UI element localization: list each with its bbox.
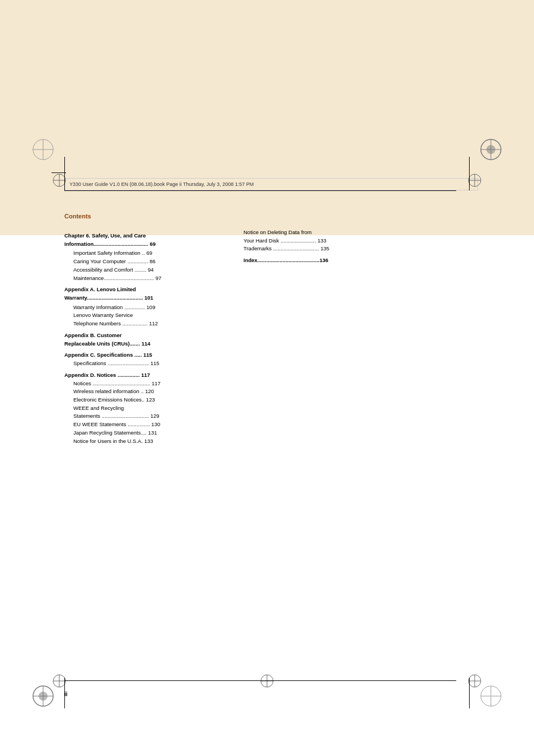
- contents-heading: Contents: [64, 213, 470, 220]
- hline-top: [51, 172, 66, 173]
- crosshair-bottom-right-large: [479, 684, 503, 708]
- vline-left: [64, 157, 65, 190]
- appendix-a-heading: Appendix A. Lenovo Limited Warranty.....…: [64, 286, 221, 302]
- toc-entry-safety: Important Safety Information .. 69: [64, 249, 221, 258]
- toc-entry-notice-deleting: Notice on Deleting Data from: [243, 228, 470, 237]
- appendix-b-title: Appendix B. Customer: [64, 332, 221, 340]
- file-info-text: Y330 User Guide V1.0 EN (08.06.18).book …: [69, 181, 254, 187]
- toc-entry-weee: WEEE and Recycling: [64, 404, 221, 413]
- toc-left-column: Chapter 6. Safety, Use, and Care Informa…: [64, 228, 221, 445]
- toc-entry-accessibility: Accessibility and Comfort ........ 94: [64, 266, 221, 274]
- index-entry: Index...................................…: [243, 256, 470, 265]
- vline-right-top: [469, 157, 470, 190]
- toc-entry-electronic: Electronic Emissions Notices.. 123: [64, 396, 221, 404]
- toc-entry-eu-weee: EU WEEE Statements ............... 130: [64, 421, 221, 429]
- toc-layout: Chapter 6. Safety, Use, and Care Informa…: [64, 228, 470, 445]
- chapter-6-heading: Chapter 6. Safety, Use, and Care Informa…: [64, 232, 221, 248]
- toc-entry-hard-disk: Your Hard Disk ........................ …: [243, 237, 470, 245]
- vline-right-bottom: [469, 678, 470, 708]
- toc-entry-telephone: Telephone Numbers ................. 112: [64, 320, 221, 328]
- toc-entry-japan: Japan Recycling Statements.... 131: [64, 429, 221, 437]
- appendix-b-page: Replaceable Units (CRUs)....... 114: [64, 340, 221, 348]
- toc-entry-warranty-info: Warranty Information .............. 109: [64, 304, 221, 312]
- toc-entry-lenovo-warranty: Lenovo Warranty Service: [64, 311, 221, 320]
- toc-entry-trademarks: Trademarks .............................…: [243, 245, 470, 253]
- appendix-c-heading: Appendix C. Specifications ..... 115: [64, 351, 221, 360]
- toc-entry-statements: Statements .............................…: [64, 412, 221, 421]
- hline-top2: [64, 190, 456, 191]
- appendix-b-heading: Appendix B. Customer Replaceable Units (…: [64, 332, 221, 348]
- appendix-d-heading: Appendix D. Notices ............... 117: [64, 371, 221, 380]
- vline-left-bottom: [64, 678, 65, 708]
- appendix-a-page: Warranty................................…: [64, 294, 221, 302]
- toc-right-column: Notice on Deleting Data from Your Hard D…: [243, 228, 470, 265]
- content-area: Contents Chapter 6. Safety, Use, and Car…: [64, 213, 470, 678]
- toc-entry-caring: Caring Your Computer .............. 86: [64, 258, 221, 266]
- appendix-a-title: Appendix A. Lenovo Limited: [64, 286, 221, 294]
- header-bar: Y330 User Guide V1.0 EN (08.06.18).book …: [64, 178, 478, 190]
- toc-entry-wireless: Wireless related information .. 120: [64, 388, 221, 396]
- crosshair-top-left: [31, 137, 55, 162]
- appendix-c-title: Appendix C. Specifications ..... 115: [64, 351, 221, 360]
- crosshair-top-right: [479, 137, 503, 162]
- hline-bottom: [64, 680, 456, 681]
- page-background-warm: [0, 0, 534, 235]
- chapter-6-title: Chapter 6. Safety, Use, and Care: [64, 232, 221, 240]
- toc-entry-users-usa: Notice for Users in the U.S.A. 133: [64, 437, 221, 446]
- crosshair-bottom-center: [259, 673, 275, 689]
- chapter-6-page: Information.............................…: [64, 240, 221, 249]
- toc-entry-maintenance: Maintenance.............................…: [64, 274, 221, 283]
- toc-entry-notices: Notices ................................…: [64, 380, 221, 388]
- toc-entry-specs: Specifications .........................…: [64, 360, 221, 368]
- appendix-d-title: Appendix D. Notices ............... 117: [64, 371, 221, 380]
